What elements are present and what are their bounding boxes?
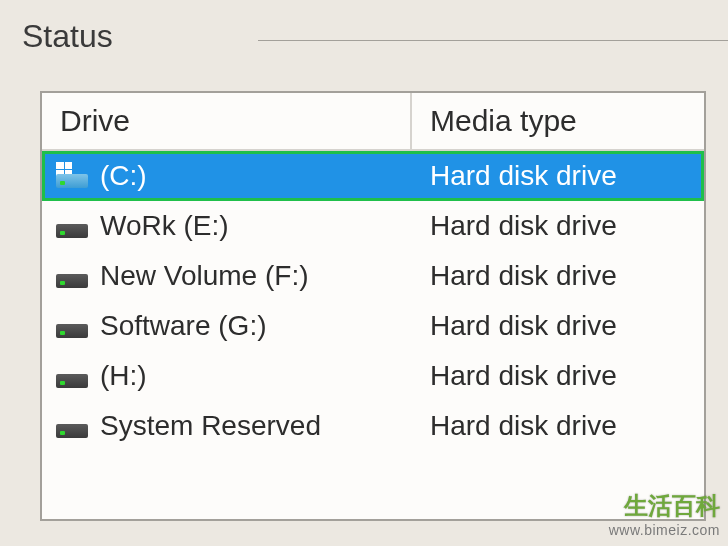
drive-cell: Software (G:) <box>42 310 412 342</box>
drive-cell: (C:) <box>45 160 415 192</box>
watermark-url: www.bimeiz.com <box>609 522 720 538</box>
drive-label: (H:) <box>100 360 147 392</box>
drive-icon <box>56 264 88 288</box>
media-type-cell: Hard disk drive <box>412 360 704 392</box>
watermark-logo-text: 生活百科 <box>609 490 720 522</box>
drive-icon <box>56 364 88 388</box>
column-headers: Drive Media type <box>42 93 704 151</box>
drive-row[interactable]: (H:) Hard disk drive <box>42 351 704 401</box>
drive-label: System Reserved <box>100 410 321 442</box>
drive-icon <box>56 164 88 188</box>
drive-list-panel: Drive Media type (C:) Hard disk drive Wo… <box>40 91 706 521</box>
drive-label: WoRk (E:) <box>100 210 229 242</box>
media-type-cell: Hard disk drive <box>412 410 704 442</box>
drive-row[interactable]: System Reserved Hard disk drive <box>42 401 704 451</box>
drive-icon <box>56 214 88 238</box>
drive-cell: System Reserved <box>42 410 412 442</box>
drive-cell: New Volume (F:) <box>42 260 412 292</box>
drive-label: (C:) <box>100 160 147 192</box>
drive-cell: WoRk (E:) <box>42 210 412 242</box>
drive-cell: (H:) <box>42 360 412 392</box>
drive-row[interactable]: Software (G:) Hard disk drive <box>42 301 704 351</box>
media-type-cell: Hard disk drive <box>412 210 704 242</box>
media-type-cell: Hard disk drive <box>415 160 701 192</box>
drive-row[interactable]: (C:) Hard disk drive <box>42 151 704 201</box>
drive-label: New Volume (F:) <box>100 260 309 292</box>
drive-icon <box>56 314 88 338</box>
column-header-drive[interactable]: Drive <box>42 93 412 149</box>
media-type-cell: Hard disk drive <box>412 260 704 292</box>
drive-label: Software (G:) <box>100 310 266 342</box>
drive-row[interactable]: New Volume (F:) Hard disk drive <box>42 251 704 301</box>
section-divider <box>258 40 728 41</box>
watermark: 生活百科 www.bimeiz.com <box>609 490 720 538</box>
media-type-cell: Hard disk drive <box>412 310 704 342</box>
column-header-media-type[interactable]: Media type <box>412 93 704 149</box>
section-title: Status <box>0 0 728 65</box>
drive-row[interactable]: WoRk (E:) Hard disk drive <box>42 201 704 251</box>
drive-icon <box>56 414 88 438</box>
